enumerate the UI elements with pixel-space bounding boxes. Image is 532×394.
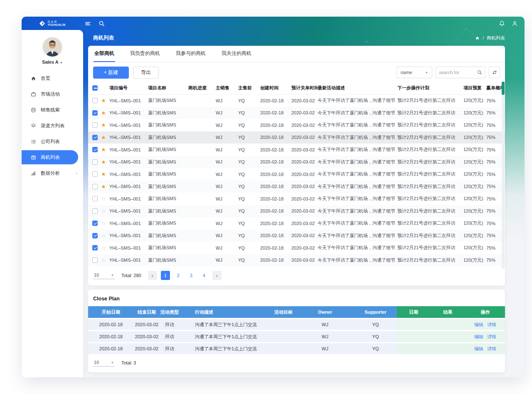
column-header[interactable]: 创建时间 bbox=[260, 85, 291, 91]
row-checkbox[interactable] bbox=[92, 135, 98, 140]
close-plan-row[interactable]: 2020-02-18 2020-03-02 拜访 沟通了本周三下午1点上门交流 … bbox=[88, 343, 505, 354]
tab[interactable]: 全部商机 bbox=[94, 46, 115, 62]
star-icon[interactable]: ☆ bbox=[101, 233, 106, 238]
page-size-select[interactable]: 10 ▼ bbox=[93, 272, 115, 279]
star-icon[interactable]: ★ bbox=[101, 122, 106, 128]
close-plan-page-size-select[interactable]: 10 ▼ bbox=[93, 359, 115, 367]
new-button[interactable]: + 新建 bbox=[93, 67, 129, 79]
detail-link[interactable]: 详情 bbox=[487, 346, 496, 352]
table-row[interactable]: ☆ YHL–SMS–001 厦门机场SMS WJ YQ 2020-02-18 2… bbox=[88, 193, 505, 205]
close-plan-row[interactable]: 2020-02-18 2020-03-02 拜访 沟通了本周三下午1点上门交流 … bbox=[88, 331, 505, 342]
star-icon[interactable]: ★ bbox=[101, 171, 106, 177]
brand-logo[interactable]: 优化林 YOUHUALIN bbox=[22, 20, 83, 27]
column-header[interactable]: 项目名称 bbox=[148, 85, 188, 91]
edit-link[interactable]: 编辑 bbox=[474, 334, 483, 340]
column-header[interactable]: 下一步操作计划 bbox=[397, 85, 463, 91]
row-checkbox[interactable] bbox=[92, 184, 98, 189]
column-header[interactable]: 商机进度 bbox=[188, 85, 216, 91]
table-row[interactable]: ★ YHL–SMS–001 厦门机场SMS WJ YQ 2020-02-18 2… bbox=[88, 131, 505, 144]
table-row[interactable]: ★ YHL–SMS–001 厦门机场SMS WJ YQ 2020-02-18 2… bbox=[88, 156, 505, 169]
row-checkbox[interactable] bbox=[92, 159, 98, 165]
prev-page-button[interactable]: ‹ bbox=[148, 271, 157, 280]
row-checkbox[interactable] bbox=[92, 221, 98, 226]
row-checkbox[interactable] bbox=[92, 258, 98, 263]
column-header[interactable]: 主销售 bbox=[216, 85, 238, 91]
refresh-button[interactable] bbox=[489, 67, 500, 78]
row-checkbox[interactable] bbox=[92, 245, 98, 250]
home-icon[interactable] bbox=[475, 36, 480, 40]
row-checkbox[interactable] bbox=[92, 233, 98, 238]
table-row[interactable]: ☆ YHL–SMS–001 厦门机场SMS WJ YQ 2020-02-18 2… bbox=[88, 217, 505, 230]
column-header[interactable]: 最新活动描述 bbox=[318, 85, 397, 91]
next-page-button[interactable]: › bbox=[212, 271, 222, 280]
star-icon[interactable]: ★ bbox=[101, 110, 106, 116]
search-input[interactable] bbox=[439, 70, 475, 75]
sidebar-item-analytics[interactable]: 数据分析 › bbox=[22, 166, 83, 180]
table-row[interactable]: ★ YHL–SMS–001 厦门机场SMS WJ YQ 2020-02-18 2… bbox=[88, 168, 505, 181]
sidebar-item-market[interactable]: 市场活动 bbox=[22, 87, 83, 101]
account-button[interactable] bbox=[512, 20, 518, 27]
column-header[interactable]: 主售前 bbox=[238, 85, 260, 91]
star-icon[interactable]: ★ bbox=[101, 159, 106, 165]
table-row[interactable]: ★ YHL–SMS–001 厦门机场SMS WJ YQ 2020-02-18 2… bbox=[88, 119, 505, 131]
table-row[interactable]: ☆ YHL–SMS–001 厦门机场SMS WJ YQ 2020-02-18 2… bbox=[88, 205, 505, 218]
column-header[interactable]: 项目编号 bbox=[109, 85, 148, 91]
sidebar-item-channel[interactable]: 渠道方列表 bbox=[22, 119, 83, 133]
global-search-button[interactable] bbox=[99, 20, 105, 27]
column-header[interactable]: 项目预算 bbox=[463, 85, 486, 91]
row-checkbox[interactable] bbox=[92, 208, 98, 214]
table-row[interactable]: ★ YHL–SMS–001 厦门机场SMS WJ YQ 2020-02-18 2… bbox=[88, 181, 505, 193]
star-icon[interactable]: ☆ bbox=[101, 196, 106, 201]
page-number-button[interactable]: 1 bbox=[161, 271, 170, 280]
sidebar-item-opportunity[interactable]: 商机列表 bbox=[22, 150, 78, 164]
edit-link[interactable]: 编辑 bbox=[474, 322, 483, 328]
star-icon[interactable]: ★ bbox=[101, 147, 106, 152]
scrollbar-track[interactable] bbox=[502, 82, 505, 269]
row-checkbox[interactable] bbox=[92, 122, 98, 128]
cell-next-plan: 预计2月21号进行第二次拜访 bbox=[397, 146, 463, 153]
sidebar-toggle-button[interactable] bbox=[85, 20, 91, 27]
filter-field-select[interactable]: name ▼ bbox=[397, 67, 432, 78]
tab[interactable]: 我参与的商机 bbox=[175, 46, 207, 62]
close-plan-column-header: 行动描述 bbox=[180, 306, 271, 318]
table-row[interactable]: ☆ YHL–SMS–001 厦门机场SMS WJ YQ 2020-02-18 2… bbox=[88, 230, 505, 242]
export-button[interactable]: 导出 bbox=[133, 67, 159, 79]
row-checkbox[interactable] bbox=[92, 110, 98, 116]
detail-link[interactable]: 详情 bbox=[487, 322, 496, 328]
table-row[interactable]: ☆ YHL–SMS–001 厦门机场SMS WJ YQ 2020-02-18 2… bbox=[88, 242, 505, 254]
star-icon[interactable]: ★ bbox=[101, 135, 106, 140]
star-icon[interactable]: ☆ bbox=[101, 245, 106, 250]
select-all-checkbox[interactable] bbox=[92, 85, 98, 91]
scrollbar-thumb[interactable] bbox=[502, 82, 505, 95]
page-number-button[interactable]: 4 bbox=[200, 271, 209, 280]
search-icon[interactable] bbox=[477, 70, 482, 75]
table-row[interactable]: ☆ YHL–SMS–001 厦门机场SMS WJ YQ 2020-02-18 2… bbox=[88, 254, 505, 267]
table-row[interactable]: ★ YHL–SMS–001 厦门机场SMS WJ YQ 2020-02-18 2… bbox=[88, 107, 505, 119]
star-icon[interactable]: ★ bbox=[101, 184, 106, 189]
row-checkbox[interactable] bbox=[92, 171, 98, 177]
table-row[interactable]: ★ YHL–SMS–001 厦门机场SMS WJ YQ 2020-02-18 2… bbox=[88, 94, 505, 107]
detail-link[interactable]: 详情 bbox=[487, 334, 496, 340]
column-header[interactable]: 预计关单时间 bbox=[291, 85, 318, 91]
star-icon[interactable]: ☆ bbox=[101, 208, 106, 214]
sidebar-item-company[interactable]: 公司列表 bbox=[22, 134, 83, 149]
cell-main-presales: YQ bbox=[238, 135, 260, 140]
close-plan-row[interactable]: 2020-02-18 2020-03-02 拜访 沟通了本周三下午1点上门交流 … bbox=[88, 319, 505, 330]
page-number-button[interactable]: 2 bbox=[174, 271, 183, 280]
tab[interactable]: 我负责的商机 bbox=[129, 46, 161, 62]
star-icon[interactable]: ☆ bbox=[101, 258, 106, 263]
row-checkbox[interactable] bbox=[92, 147, 98, 152]
sidebar-item-home[interactable]: 首页 bbox=[22, 71, 83, 85]
tab[interactable]: 我关注的商机 bbox=[221, 46, 252, 62]
edit-link[interactable]: 编辑 bbox=[474, 346, 483, 352]
row-checkbox[interactable] bbox=[92, 196, 98, 201]
table-row[interactable]: ★ YHL–SMS–001 厦门机场SMS WJ YQ 2020-02-18 2… bbox=[88, 144, 505, 156]
sidebar-item-leads[interactable]: 销售线索 bbox=[22, 103, 83, 117]
page-number-button[interactable]: 3 bbox=[187, 271, 196, 280]
star-icon[interactable]: ★ bbox=[101, 98, 106, 103]
user-menu[interactable]: Sales A▼ bbox=[22, 59, 83, 64]
avatar[interactable] bbox=[43, 37, 62, 57]
star-icon[interactable]: ☆ bbox=[101, 221, 106, 226]
notifications-button[interactable] bbox=[499, 20, 505, 27]
row-checkbox[interactable] bbox=[92, 98, 98, 103]
